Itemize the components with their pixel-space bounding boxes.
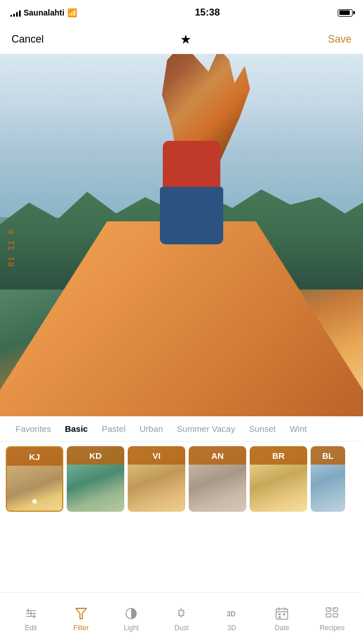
svg-rect-9 [276,609,288,619]
toolbar-item-edit[interactable]: Edit [14,605,48,632]
svg-text:3D: 3D [227,610,236,618]
toolbar-label-recipes: Recipes [320,624,345,632]
svg-marker-6 [76,608,86,619]
signal-bar-4 [19,10,21,17]
cancel-button[interactable]: Cancel [12,33,44,45]
filter-thumb-vi[interactable]: VI [128,446,185,512]
shirt-element [163,141,220,193]
toolbar-item-dust[interactable]: Dust [164,605,198,632]
filter-thumb-an-label: AN [189,446,246,465]
signal-bar-2 [13,14,15,17]
edit-icon [23,605,39,622]
filter-cat-summer-vacay[interactable]: Summer Vacay [170,424,242,434]
svg-rect-17 [333,608,338,611]
save-button[interactable]: Save [328,33,351,45]
svg-rect-15 [278,616,281,618]
date-icon [274,605,290,622]
wifi-icon: 📶 [67,8,77,17]
filter-thumb-br-label: BR [250,446,307,465]
filter-thumb-br[interactable]: BR [250,446,307,512]
status-time: 15:38 [195,7,220,18]
filter-cat-sunset[interactable]: Sunset [242,424,283,434]
filter-thumb-kd[interactable]: KD [67,446,124,512]
carrier-name: Saunalahti [24,8,64,17]
filter-thumb-kd-label: KD [67,446,124,465]
photo-subject [146,95,249,279]
toolbar-item-date[interactable]: Date [265,605,299,632]
filter-cat-favorites[interactable]: Favorites [9,424,58,434]
recipes-icon [324,605,340,622]
filter-category-tabs: Favorites Basic Pastel Urban Summer Vaca… [0,416,363,442]
filter-thumb-kj-label: KJ [7,447,62,466]
toolbar-label-3d: 3D [227,624,236,632]
svg-rect-19 [333,614,338,617]
signal-bars-icon [10,9,21,17]
svg-rect-13 [278,614,281,615]
signal-bar-3 [16,12,18,17]
svg-rect-18 [326,614,331,617]
filter-cat-pastel[interactable]: Pastel [95,424,133,434]
filter-thumbnails-row: KJ KD VI AN BR BL [0,442,363,516]
toolbar-label-light: Light [124,624,139,632]
battery-icon [338,9,353,17]
battery-fill [339,10,350,15]
status-left: Saunalahti 📶 [10,8,77,17]
top-nav: Cancel ★ Save [0,25,363,54]
toolbar-label-edit: Edit [25,624,37,632]
3d-icon: 3D [224,605,240,622]
toolbar-item-filter[interactable]: Filter [64,605,98,632]
toolbar-item-light[interactable]: Light [114,605,148,632]
filter-thumb-bl-label: BL [311,446,345,465]
svg-rect-14 [283,614,285,615]
svg-rect-16 [326,608,331,611]
toolbar-item-recipes[interactable]: Recipes [315,605,349,632]
toolbar-label-dust: Dust [174,624,189,632]
toolbar-label-filter: Filter [74,624,89,632]
toolbar-label-date: Date [274,624,289,632]
filter-cat-urban[interactable]: Urban [132,424,170,434]
toolbar-item-3d[interactable]: 3D 3D [215,605,249,632]
light-icon [123,605,139,622]
status-right [338,9,353,17]
filter-cat-winter[interactable]: Wint [282,424,314,434]
filter-thumb-kj[interactable]: KJ [6,446,63,512]
favorite-star-icon[interactable]: ★ [180,32,192,47]
filter-cat-basic[interactable]: Basic [58,424,95,434]
filter-thumb-vi-label: VI [128,446,185,465]
date-stamp: 01 11 6 [7,229,16,267]
photo-preview: 01 11 6 [0,54,363,416]
status-bar: Saunalahti 📶 15:38 [0,0,363,25]
filter-thumb-an[interactable]: AN [189,446,246,512]
filter-icon [73,605,89,622]
jeans-element [160,187,223,244]
dust-icon [173,605,189,622]
filter-selected-indicator [32,499,37,504]
filter-thumb-bl[interactable]: BL [311,446,345,512]
signal-bar-1 [10,15,12,17]
bottom-toolbar: Edit Filter Light Dust [0,592,363,644]
